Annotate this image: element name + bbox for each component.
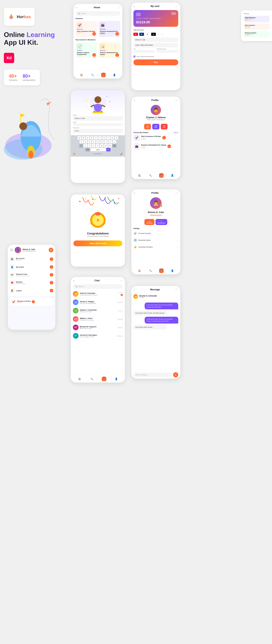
key-shift[interactable]: ⇧ <box>79 144 83 148</box>
right-preview-3[interactable]: Business Analysis Fundamentals ★★★★☆ <box>244 31 270 38</box>
right-preview-1[interactable]: Digital Marketing Master Course ★★★★☆ <box>244 16 270 22</box>
card-toggle[interactable] <box>171 12 176 15</box>
key-w[interactable]: W <box>82 136 85 140</box>
sidebar-payment-card[interactable]: 💳 Payment Card Add your payment card › <box>8 271 56 279</box>
pay-button[interactable]: Pay <box>134 60 178 65</box>
card-number-field[interactable]: 12451 78402 5423 65420 <box>134 43 178 48</box>
key-a[interactable]: A <box>80 140 83 144</box>
expiry-field[interactable] <box>156 50 178 53</box>
profile1-back[interactable]: ‹ <box>134 99 135 102</box>
chat-item-3[interactable]: EC Eugene T. Castaneda See you tomorrow!… <box>71 306 125 315</box>
profile2-stat-courses[interactable]: 📚 12 Courses <box>156 219 167 225</box>
key-j[interactable]: J <box>104 140 108 144</box>
chat-nav-profile[interactable]: 👤 <box>114 376 118 381</box>
mic-key[interactable]: 🎤 <box>120 153 123 155</box>
chat-nav-home[interactable]: 🏠 <box>77 376 82 381</box>
message-dots[interactable]: ⋮ <box>176 295 178 298</box>
send-button[interactable]: ➤ <box>173 372 178 378</box>
key-f[interactable]: F <box>92 140 96 144</box>
profile1-nav-home[interactable]: 🏠 <box>137 173 142 178</box>
key-space[interactable]: space <box>90 148 106 151</box>
nav-courses-active[interactable]: 📚 <box>101 73 106 77</box>
card-menu[interactable]: ⋯ <box>175 5 178 8</box>
profile1-stat2[interactable]: 4.9 Rate <box>152 124 160 130</box>
name-field[interactable]: Alonzo A. Cain <box>73 116 123 120</box>
profile2-nav-profile[interactable]: 👤 <box>170 268 175 273</box>
cvv-field[interactable] <box>134 50 155 53</box>
sidebar-course-1[interactable]: 🚀 Business in 90 days ★★★★☆ › <box>10 298 53 306</box>
sidebar-my-profile[interactable]: 👤 My profile › <box>8 263 56 271</box>
profile1-nav-search[interactable]: 🔍 <box>148 173 153 178</box>
sidebar-wishlist[interactable]: ❤️ Wishlist All items wishlist › <box>8 279 56 287</box>
key-b[interactable]: B <box>100 144 104 148</box>
course-arrow-btn-3[interactable]: › <box>92 53 96 57</box>
profile1-stat1[interactable]: 21 3.1k <box>144 124 151 130</box>
key-z[interactable]: Z <box>84 144 87 148</box>
key-q[interactable]: Q <box>78 136 81 140</box>
key-go[interactable]: Go <box>106 148 110 151</box>
key-e[interactable]: E <box>86 136 90 140</box>
nav-home[interactable]: 🏠 <box>79 73 84 77</box>
key-c[interactable]: C <box>92 144 95 148</box>
profile2-nav-active[interactable]: 📚 <box>159 268 164 273</box>
chat-back[interactable]: ‹ <box>74 279 74 282</box>
profile-course-2[interactable]: 💼 Business development for startup ★★★★☆… <box>134 142 178 151</box>
chat-search-bar[interactable]: 🔍 Search <box>73 284 123 289</box>
course-card-3[interactable]: 📈 Analysis Business analysis Fundamental… <box>76 42 97 58</box>
key-k[interactable]: K <box>108 140 112 144</box>
course-card-1[interactable]: 🚀 Business Start a business in 90 days ★… <box>76 21 97 37</box>
key-t[interactable]: T <box>94 136 98 140</box>
profile1-menu[interactable]: ⋯ <box>175 99 178 102</box>
key-y[interactable]: Y <box>98 136 102 140</box>
profile2-nav-home[interactable]: 🏠 <box>137 268 142 273</box>
message-back[interactable]: ‹ <box>134 288 135 291</box>
notification-button[interactable]: 🔔 <box>49 248 53 252</box>
learning-reminders-item[interactable]: 🔔 Learning reminders › <box>134 244 178 250</box>
key-m[interactable]: M <box>108 144 112 148</box>
course1-arrow[interactable]: › <box>162 136 166 140</box>
save-card-row[interactable]: Save credit card information <box>131 55 180 58</box>
right-preview-2[interactable]: Start a business in 90 days ★★★★☆ <box>244 23 270 30</box>
sidebar-logout[interactable]: 🚪 Logout › <box>8 287 56 294</box>
chat-nav-active[interactable]: 📚 <box>102 376 106 381</box>
course-arrow-btn-4[interactable]: › <box>116 53 119 57</box>
close-button[interactable]: ✕ <box>10 248 14 252</box>
profile2-menu[interactable]: ⋯ <box>175 192 178 194</box>
profile-course-1[interactable]: 🚀 Start a business in 90 days ★★★★☆ on i… <box>134 134 178 142</box>
add-payment-icon2[interactable] <box>161 33 163 36</box>
key-x[interactable]: X <box>88 144 91 148</box>
share-button[interactable]: Share with friends <box>74 240 122 246</box>
chat-item-5[interactable]: MF Michael M. Ferguson When does it star… <box>71 323 125 332</box>
key-n[interactable]: N <box>104 144 108 148</box>
message-menu[interactable]: ⋯ <box>175 288 178 291</box>
course2-arrow[interactable]: › <box>168 144 171 148</box>
see-all-link[interactable]: See all <box>174 132 178 133</box>
profile1-nav-profile[interactable]: 👤 <box>170 173 175 178</box>
chat-item-6[interactable]: JH Jerome B. Harrington Can you help me … <box>71 332 125 340</box>
key-v[interactable]: V <box>96 144 100 148</box>
nav-search[interactable]: 🔍 <box>90 73 95 77</box>
chat-nav-search[interactable]: 🔍 <box>90 376 94 381</box>
key-delete[interactable]: ⌫ <box>112 144 116 148</box>
key-l[interactable]: L <box>112 140 116 144</box>
course-arrow-btn-2[interactable]: › <box>116 32 119 36</box>
home-menu[interactable]: ⋮ <box>117 6 120 9</box>
password-field[interactable]: •••••••• <box>73 129 123 133</box>
course-card-4[interactable]: 📊 Business Business development for star… <box>98 42 120 58</box>
profile2-nav-search[interactable]: 🔍 <box>148 268 153 273</box>
key-i[interactable]: I <box>106 136 110 140</box>
sidebar-my-course[interactable]: 📚 My Course 5year left › <box>8 255 56 263</box>
profile2-back[interactable]: ‹ <box>134 192 135 194</box>
cardholder-field[interactable]: Alonzo A. Cain <box>134 38 178 42</box>
key-p[interactable]: P <box>114 136 118 140</box>
profile1-nav-active[interactable]: 📚 <box>159 173 164 178</box>
key-h[interactable]: H <box>100 140 104 144</box>
card-back[interactable]: ‹ <box>134 5 135 8</box>
key-u[interactable]: U <box>102 136 106 140</box>
sidebar-course1-arrow[interactable]: › <box>32 300 35 303</box>
chat-menu[interactable]: ⋯ <box>120 279 122 282</box>
add-new-card-label[interactable]: Add new card <box>131 28 180 32</box>
key-123[interactable]: 123 <box>86 148 90 151</box>
key-g[interactable]: G <box>96 140 100 144</box>
add-payment-icon[interactable] <box>157 33 160 36</box>
